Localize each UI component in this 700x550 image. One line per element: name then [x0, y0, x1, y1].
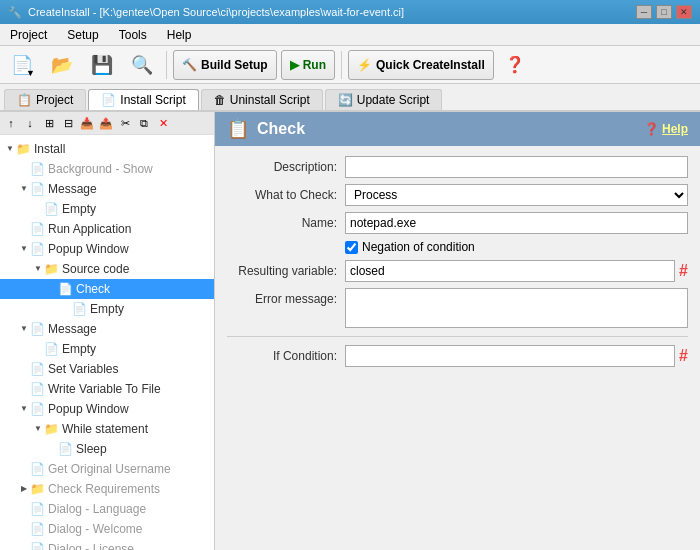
project-tab-icon: 📋 [17, 93, 32, 107]
what-to-check-label: What to Check: [227, 188, 337, 202]
build-setup-button[interactable]: 🔨 Build Setup [173, 50, 277, 80]
expander-placeholder-background-show [18, 163, 30, 175]
if-condition-row: # [345, 345, 688, 367]
description-input[interactable] [345, 156, 688, 178]
expander-placeholder-dialog-license [18, 543, 30, 550]
expander-popup2[interactable]: ▼ [18, 403, 30, 415]
expander-placeholder-run-app [18, 223, 30, 235]
tree-label-while-statement: While statement [62, 420, 148, 438]
expander-source-code[interactable]: ▼ [32, 263, 44, 275]
expander-placeholder-empty3 [32, 343, 44, 355]
expander-while-statement[interactable]: ▼ [32, 423, 44, 435]
stb-copy[interactable]: ⧉ [135, 114, 153, 132]
expander-placeholder-set-variables [18, 363, 30, 375]
tree-icon-install: 📁 [16, 140, 31, 158]
tab-bar: 📋 Project 📄 Install Script 🗑 Uninstall S… [0, 84, 700, 112]
stb-expand-all[interactable]: ⊞ [40, 114, 58, 132]
tab-install-script[interactable]: 📄 Install Script [88, 89, 198, 110]
run-button[interactable]: ▶ Run [281, 50, 335, 80]
menu-help[interactable]: Help [161, 26, 198, 44]
tree-item-message2[interactable]: ▼📄Message [0, 319, 214, 339]
tree-item-run-app[interactable]: 📄Run Application [0, 219, 214, 239]
what-to-check-select[interactable]: Process File Registry Service [345, 184, 688, 206]
tree-label-get-username: Get Original Username [48, 460, 171, 478]
menu-setup[interactable]: Setup [61, 26, 104, 44]
panel-help-section: ❓ Help [644, 122, 688, 136]
tree-item-sleep[interactable]: 📄Sleep [0, 439, 214, 459]
tree-icon-dialog-welcome: 📄 [30, 520, 45, 538]
tree-item-check-req[interactable]: ▶📁Check Requirements [0, 479, 214, 499]
tree-icon-dialog-license: 📄 [30, 540, 45, 550]
quick-create-button[interactable]: ⚡ Quick CreateInstall [348, 50, 494, 80]
panel-icon: 📋 [227, 118, 249, 140]
tree-item-dialog-license[interactable]: 📄Dialog - License [0, 539, 214, 550]
expander-popup1[interactable]: ▼ [18, 243, 30, 255]
tree-item-get-username[interactable]: 📄Get Original Username [0, 459, 214, 479]
negation-checkbox[interactable] [345, 241, 358, 254]
tree-item-dialog-welcome[interactable]: 📄Dialog - Welcome [0, 519, 214, 539]
expander-placeholder-check [46, 283, 58, 295]
menu-project[interactable]: Project [4, 26, 53, 44]
name-input[interactable] [345, 212, 688, 234]
new-button[interactable]: 📄 ▼ [4, 49, 40, 81]
maximize-button[interactable]: □ [656, 5, 672, 19]
stb-cut[interactable]: ✂ [116, 114, 134, 132]
help-button[interactable]: ❓ [498, 49, 532, 81]
build-setup-label: Build Setup [201, 58, 268, 72]
tab-update-script[interactable]: 🔄 Update Script [325, 89, 443, 110]
tree-icon-run-app: 📄 [30, 220, 45, 238]
tree-item-background-show[interactable]: 📄Background - Show [0, 159, 214, 179]
tree-item-popup2[interactable]: ▼📄Popup Window [0, 399, 214, 419]
expander-install[interactable]: ▼ [4, 143, 16, 155]
tree-item-empty2[interactable]: 📄Empty [0, 299, 214, 319]
tree-item-set-variables[interactable]: 📄Set Variables [0, 359, 214, 379]
tree-item-empty3[interactable]: 📄Empty [0, 339, 214, 359]
tree-item-popup1[interactable]: ▼📄Popup Window [0, 239, 214, 259]
if-condition-label: If Condition: [227, 349, 337, 363]
if-condition-input[interactable] [345, 345, 675, 367]
menu-tools[interactable]: Tools [113, 26, 153, 44]
tree-item-message1[interactable]: ▼📄Message [0, 179, 214, 199]
stb-collapse-all[interactable]: ⊟ [59, 114, 77, 132]
resulting-variable-hash-button[interactable]: # [679, 263, 688, 279]
expander-placeholder-empty1 [32, 203, 44, 215]
panel-title: Check [257, 120, 305, 138]
stb-delete[interactable]: ✕ [154, 114, 172, 132]
tree-item-check[interactable]: 📄Check [0, 279, 214, 299]
toolbar-sep-2 [341, 51, 342, 79]
tab-project[interactable]: 📋 Project [4, 89, 86, 110]
expander-message1[interactable]: ▼ [18, 183, 30, 195]
stb-remove[interactable]: 📤 [97, 114, 115, 132]
stb-nav-down[interactable]: ↓ [21, 114, 39, 132]
install-tab-icon: 📄 [101, 93, 116, 107]
tree-label-dialog-license: Dialog - License [48, 540, 134, 550]
resulting-variable-input[interactable] [345, 260, 675, 282]
tree-icon-sleep: 📄 [58, 440, 73, 458]
expander-check-req[interactable]: ▶ [18, 483, 30, 495]
tree-label-empty3: Empty [62, 340, 96, 358]
tree-item-install[interactable]: ▼📁Install [0, 139, 214, 159]
tree-icon-empty3: 📄 [44, 340, 59, 358]
tree-label-source-code: Source code [62, 260, 129, 278]
tree-item-source-code[interactable]: ▼📁Source code [0, 259, 214, 279]
help-link[interactable]: Help [662, 122, 688, 136]
save-button[interactable]: 💾 [84, 49, 120, 81]
build-icon: 🔨 [182, 58, 197, 72]
stb-add-child[interactable]: 📥 [78, 114, 96, 132]
close-button[interactable]: ✕ [676, 5, 692, 19]
tree-icon-source-code: 📁 [44, 260, 59, 278]
tree-item-empty1[interactable]: 📄Empty [0, 199, 214, 219]
if-condition-hash-button[interactable]: # [679, 348, 688, 364]
tab-update-label: Update Script [357, 93, 430, 107]
tree-item-write-variable[interactable]: 📄Write Variable To File [0, 379, 214, 399]
tree-item-while-statement[interactable]: ▼📁While statement [0, 419, 214, 439]
tree-icon-check-req: 📁 [30, 480, 45, 498]
tree-item-dialog-lang[interactable]: 📄Dialog - Language [0, 499, 214, 519]
open-button[interactable]: 📂 [44, 49, 80, 81]
stb-nav-up[interactable]: ↑ [2, 114, 20, 132]
expander-message2[interactable]: ▼ [18, 323, 30, 335]
error-message-textarea[interactable] [345, 288, 688, 328]
search-button[interactable]: 🔍 [124, 49, 160, 81]
minimize-button[interactable]: ─ [636, 5, 652, 19]
tab-uninstall-script[interactable]: 🗑 Uninstall Script [201, 89, 323, 110]
